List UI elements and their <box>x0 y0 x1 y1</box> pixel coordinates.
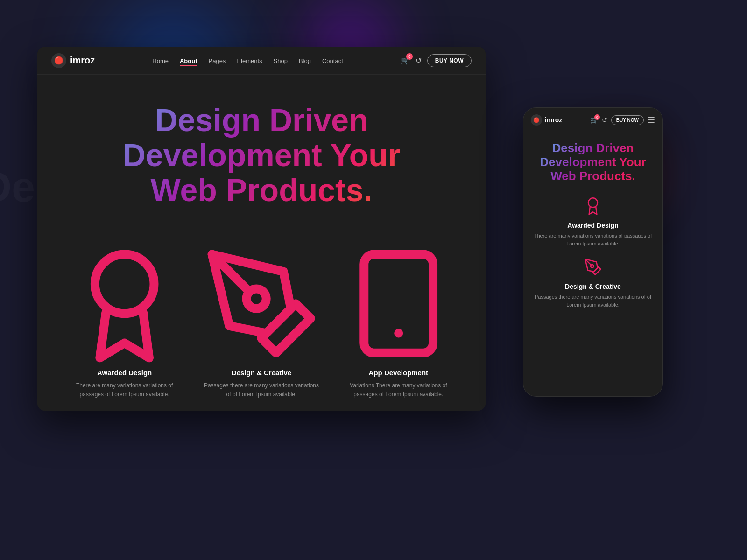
mobile-theme-icon[interactable]: ↺ <box>602 116 607 124</box>
desktop-nav-logo: 🔴 imroz <box>51 53 95 68</box>
desktop-features-row: Awarded Design There are many variations… <box>37 226 486 411</box>
mobile-cart-badge: 0 <box>594 114 600 120</box>
svg-point-6 <box>588 198 598 207</box>
mobile-feature-title-1: Design & Creative <box>531 283 655 290</box>
mobile-logo-text: imroz <box>545 116 562 124</box>
feature-icon-award <box>65 245 183 363</box>
feature-icon-phone <box>339 245 458 363</box>
nav-link-contact[interactable]: Contact <box>322 56 343 65</box>
background-text: De <box>0 163 35 211</box>
mobile-buy-now-button[interactable]: BUY NOW <box>611 115 644 125</box>
mobile-hero-line3: Web Products. <box>550 169 635 183</box>
nav-link-home[interactable]: Home <box>152 56 169 65</box>
desktop-nav-actions: 🛒 0 ↺ BUY NOW <box>401 54 472 67</box>
desktop-mockup: 🔴 imroz Home About Pages Elements Shop B… <box>37 47 486 411</box>
feature-title-2: App Development <box>339 369 458 377</box>
hero-title-line3: Web Products. <box>151 172 373 208</box>
desktop-hero-title: Design Driven Development Your Web Produ… <box>56 103 467 207</box>
mobile-feature-icon-pen <box>531 258 655 279</box>
mobile-feature-1: Design & Creative Passages there are man… <box>531 258 655 309</box>
mobile-nav: 🔴 imroz 🛒 0 ↺ BUY NOW ☰ <box>523 108 662 132</box>
svg-point-1 <box>247 289 266 308</box>
mobile-menu-icon[interactable]: ☰ <box>648 115 655 125</box>
mobile-logo-icon: 🔴 <box>531 114 542 126</box>
svg-rect-2 <box>364 255 433 353</box>
svg-point-0 <box>95 255 154 314</box>
hero-title-line2: Development Your <box>123 137 401 173</box>
mobile-feature-icon-award <box>531 196 655 218</box>
nav-link-about[interactable]: About <box>180 56 197 65</box>
nav-link-elements[interactable]: Elements <box>237 56 262 65</box>
nav-link-shop[interactable]: Shop <box>274 56 288 65</box>
feature-desc-1: Passages there are many variations varia… <box>202 381 320 399</box>
cart-badge: 0 <box>406 53 413 60</box>
logo-text: imroz <box>70 55 95 66</box>
nav-link-pages[interactable]: Pages <box>209 56 226 65</box>
feature-desc-0: There are many variations variations of … <box>65 381 183 399</box>
nav-link-blog[interactable]: Blog <box>299 56 311 65</box>
mobile-feature-title-0: Awarded Design <box>531 222 655 229</box>
mobile-nav-actions: 🛒 0 ↺ BUY NOW ☰ <box>590 115 655 125</box>
feature-title-0: Awarded Design <box>65 369 183 377</box>
feature-card-0: Awarded Design There are many variations… <box>65 245 183 399</box>
mobile-feature-0: Awarded Design There are many variations… <box>531 196 655 248</box>
feature-title-1: Design & Creative <box>202 369 320 377</box>
feature-card-2: App Development Variations There are man… <box>339 245 458 399</box>
desktop-nav: 🔴 imroz Home About Pages Elements Shop B… <box>37 47 486 75</box>
mobile-mockup: 🔴 imroz 🛒 0 ↺ BUY NOW ☰ Design Driven De… <box>523 107 663 397</box>
mobile-hero-line2: Development Your <box>540 155 646 169</box>
mobile-features: Awarded Design There are many variations… <box>523 191 662 324</box>
mobile-hero-title: Design Driven Development Your Web Produ… <box>531 141 655 183</box>
theme-toggle-icon[interactable]: ↺ <box>416 56 422 65</box>
buy-now-button[interactable]: BUY NOW <box>427 54 472 67</box>
logo-icon: 🔴 <box>51 53 66 68</box>
mobile-hero: Design Driven Development Your Web Produ… <box>523 132 662 191</box>
desktop-nav-links: Home About Pages Elements Shop Blog Cont… <box>152 56 343 65</box>
mobile-nav-logo: 🔴 imroz <box>531 114 562 126</box>
mobile-hero-line1: Design Driven <box>552 141 634 155</box>
hero-title-line1: Design Driven <box>155 102 368 138</box>
feature-icon-pen <box>202 245 320 363</box>
mobile-feature-desc-0: There are many variations variations of … <box>531 232 655 248</box>
desktop-hero: Design Driven Development Your Web Produ… <box>37 75 486 226</box>
svg-point-7 <box>591 265 594 268</box>
cart-icon[interactable]: 🛒 0 <box>401 56 410 65</box>
feature-card-1: Design & Creative Passages there are man… <box>202 245 320 399</box>
mobile-cart-icon[interactable]: 🛒 0 <box>590 116 598 124</box>
mobile-feature-desc-1: Passages there are many variations varia… <box>531 293 655 309</box>
feature-desc-2: Variations There are many variations of … <box>339 381 458 399</box>
